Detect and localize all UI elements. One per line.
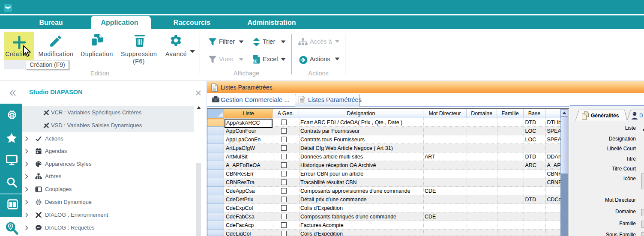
svg-text:x: x [254, 58, 257, 63]
